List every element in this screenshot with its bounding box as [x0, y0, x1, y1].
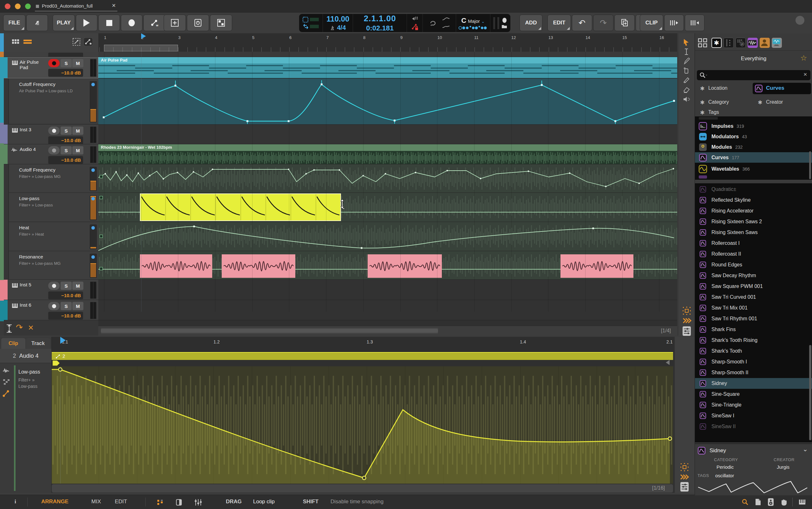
browser-tab-presets-icon[interactable]: P	[736, 38, 746, 48]
result-row[interactable]: Sine-Triangle	[695, 400, 812, 410]
audition-speaker-icon[interactable]	[768, 498, 774, 506]
heat-curve[interactable]	[98, 222, 677, 251]
result-row[interactable]: Saw Square PWM 001	[695, 281, 812, 292]
lane-row-heat[interactable]: Heat Filter+ » Heat	[8, 222, 98, 251]
automation-anchor[interactable]	[100, 175, 103, 178]
automation-mode-icon[interactable]	[84, 38, 93, 46]
result-row[interactable]: Sharp-Smooth I	[695, 357, 812, 367]
lane-row-cutoff-ld[interactable]: Cutoff Frequency Air Pulse Pad » Low-pas…	[8, 79, 98, 124]
arranger-grid-size[interactable]: [1/4]	[661, 328, 671, 334]
file-preview-icon[interactable]	[755, 498, 761, 506]
loop-region[interactable]	[104, 45, 178, 52]
arranger-ruler[interactable]: 12 34 56 78 910 1112 1314 1516	[98, 33, 677, 52]
result-row[interactable]: Quadratic±	[695, 184, 812, 195]
automation-write-button[interactable]: w	[143, 14, 166, 31]
stop-button[interactable]	[98, 14, 120, 31]
clip-launcher-toggle[interactable]	[187, 14, 209, 31]
dual-panel-icon[interactable]	[157, 499, 164, 506]
record-arm-button[interactable]	[48, 59, 60, 67]
automation-region-low-pass[interactable]	[98, 193, 677, 222]
edit-menu-button[interactable]: EDIT	[547, 14, 571, 31]
info-toggle[interactable]: i	[14, 499, 16, 505]
project-tab-title[interactable]: Prod03_Automation_full	[42, 3, 93, 8]
keyboard-icon[interactable]	[798, 499, 806, 505]
browser-context-title[interactable]: Everything	[695, 56, 812, 62]
automation-region-resonance[interactable]	[98, 251, 677, 280]
solo-button[interactable]: S	[61, 146, 72, 155]
undo-button[interactable]: ↶	[572, 14, 592, 31]
arranger-row-inst6[interactable]	[98, 300, 677, 320]
browser-search-box[interactable]: ⌄ ✕	[697, 70, 810, 80]
result-row[interactable]: Shark Fins	[695, 324, 812, 335]
editor-clip-bar[interactable]: 2	[52, 352, 673, 361]
record-arm-button[interactable]	[48, 146, 60, 155]
view-mix[interactable]: MIX	[91, 499, 101, 505]
tab-track[interactable]: Track	[26, 338, 50, 349]
mute-button[interactable]: M	[72, 282, 83, 290]
solo-button[interactable]: S	[61, 302, 72, 310]
browser-tab-devices-icon[interactable]	[723, 38, 734, 48]
category-row-curves[interactable]: Curves177	[695, 152, 812, 163]
creator-value[interactable]: Jurgis	[777, 464, 789, 470]
record-arm-button[interactable]	[48, 302, 60, 310]
arranger-row-inst5[interactable]	[98, 280, 677, 300]
lane-fader[interactable]	[90, 254, 97, 278]
track-row-inst-5[interactable]: Inst 5 S M −10.0 dB	[4, 280, 98, 300]
search-clear-icon[interactable]: ✕	[803, 72, 807, 77]
lane-fader[interactable]	[90, 81, 97, 123]
category-row-modules[interactable]: Modules232	[695, 142, 812, 152]
solo-button[interactable]: S	[61, 59, 72, 67]
drag-hand-icon[interactable]	[780, 498, 787, 506]
playhead-marker[interactable]	[141, 33, 146, 39]
master-section[interactable]	[490, 14, 510, 32]
solo-button[interactable]: S	[61, 282, 72, 290]
lane-fader[interactable]	[90, 225, 97, 249]
track-volume[interactable]: −10.0 dB	[48, 69, 83, 77]
clip-title[interactable]: Air Pulse Pad	[98, 57, 677, 63]
browser-search-icon[interactable]	[742, 499, 749, 506]
browser-tab-everything-icon[interactable]: ✱	[711, 38, 721, 48]
automation-region-cutoff-ld[interactable]	[98, 79, 677, 125]
eraser-tool-icon[interactable]	[683, 86, 690, 94]
result-row[interactable]: Sharp-Smooth II	[695, 367, 812, 378]
track-name[interactable]: Audio 4	[20, 146, 47, 152]
clip-menu-button[interactable]: CLIP	[640, 14, 663, 31]
automation-view-icon[interactable]	[2, 389, 10, 398]
browser-tab-grid-icon[interactable]	[698, 38, 708, 48]
edit-arrow-button[interactable]	[26, 14, 48, 31]
result-row[interactable]: Rising Sixteen Saws 2	[695, 216, 812, 227]
clip-launcher-toggle-icon[interactable]	[175, 499, 183, 506]
mixer-toggle-icon[interactable]	[194, 499, 202, 506]
quantize-end-button[interactable]	[685, 14, 705, 31]
redo-button[interactable]: ↷	[593, 14, 613, 31]
category-row-partial-bottom[interactable]	[695, 175, 812, 179]
object-tool-icon[interactable]	[683, 67, 690, 74]
yellow-automation-clip[interactable]	[140, 194, 341, 221]
tempo-section[interactable]: 110.00 4/4	[323, 14, 353, 32]
lane-row-resonance[interactable]: Resonance Filter+ » Low-pass MG	[8, 251, 98, 280]
pointer-tool-icon[interactable]	[683, 38, 690, 46]
automation-region-cutoff-mg[interactable]	[98, 164, 677, 193]
result-row[interactable]: Shark's Tooth	[695, 346, 812, 357]
resonance-clip-3[interactable]	[368, 254, 442, 278]
loop-fade-section[interactable]	[423, 14, 456, 32]
automation-anchor[interactable]	[100, 196, 103, 199]
favorite-star-icon[interactable]: ☆	[800, 54, 807, 63]
file-menu-button[interactable]: FILE	[3, 14, 25, 31]
tab-clip[interactable]: Clip	[1, 338, 25, 349]
low-pass-automation-curve[interactable]	[52, 366, 673, 484]
result-row[interactable]: Saw Decay Rhythm	[695, 270, 812, 281]
clip-rhodes[interactable]: Rhodes 23 Morningair - Wet 102bpm	[98, 144, 677, 164]
lane-fader[interactable]	[90, 195, 97, 220]
dashboard-globe-icon[interactable]	[796, 16, 804, 25]
track-row-inst-6[interactable]: Inst 6 S M −10.0 dB	[4, 300, 98, 320]
clip-start-marker[interactable]	[52, 360, 61, 366]
filter-location[interactable]: Location	[708, 85, 728, 91]
track-list-icon[interactable]	[24, 39, 32, 46]
result-row-selected[interactable]: Sidney	[695, 378, 812, 389]
knife-tool-icon[interactable]	[683, 76, 690, 84]
track-row-partial[interactable]	[4, 52, 98, 57]
track-row-audio-4[interactable]: Audio 4 S M −10.0 dB	[4, 144, 98, 164]
track-volume[interactable]: −10.0 dB	[48, 136, 83, 144]
active-filter-chip[interactable]: Curves	[753, 83, 811, 94]
